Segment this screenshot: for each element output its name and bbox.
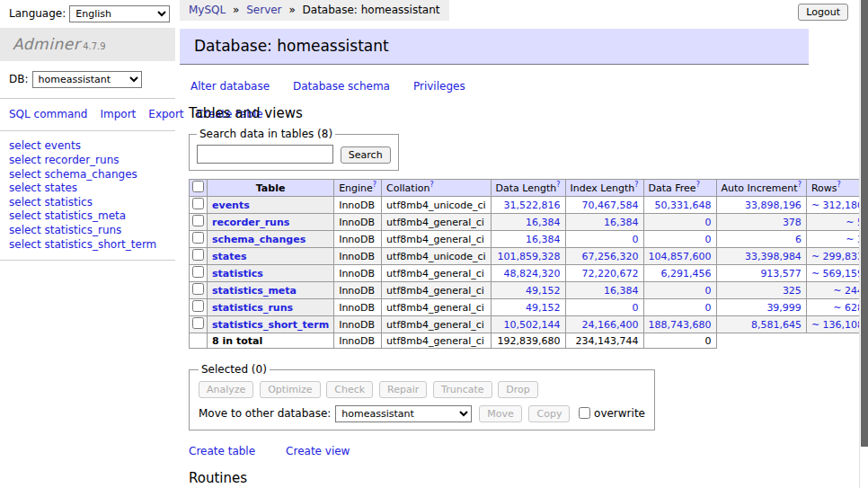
breadcrumb-mysql-link[interactable]: MySQL [189,4,226,16]
auto-increment-link[interactable]: 39,999 [766,302,802,314]
help-link[interactable]: ? [556,181,560,189]
data-length-link[interactable]: 49,152 [526,285,561,297]
copy-button[interactable]: Copy [528,405,570,422]
sidebar-select-events-link[interactable]: select events [9,139,175,154]
privileges-link[interactable]: Privileges [413,80,465,93]
data-free-link[interactable]: 0 [705,234,712,245]
auto-increment-link[interactable]: 33,398,984 [745,251,802,262]
language-select[interactable]: English [69,5,170,22]
alter-database-link[interactable]: Alter database [190,80,270,93]
table-link[interactable]: statistics_meta [212,285,297,297]
row-checkbox[interactable] [192,198,204,209]
data-length-link[interactable]: 49,152 [526,302,561,314]
table-link[interactable]: events [212,200,250,211]
data-length-link[interactable]: 16,384 [526,234,561,245]
auto-increment-link[interactable]: 378 [783,217,802,228]
index-length-link[interactable]: 0 [633,302,639,314]
index-length-link[interactable]: 67,256,320 [582,251,639,262]
index-length-link[interactable]: 24,166,400 [582,319,639,331]
sidebar-select-statistics-link[interactable]: select statistics [9,196,175,210]
rows-count-link[interactable]: ~ 569,159 [811,268,864,279]
total-empty-cell [190,333,208,349]
scrollbar[interactable] [859,0,868,488]
data-free-link[interactable]: 0 [705,217,712,228]
row-checkbox[interactable] [192,249,204,261]
rows-count-link[interactable]: ~ 299,833 [811,251,864,262]
index-length-link[interactable]: 70,467,584 [582,200,639,211]
drop-button[interactable]: Drop [498,381,537,398]
table-link[interactable]: statistics_short_term [212,319,329,331]
data-length-link[interactable]: 48,824,320 [504,268,561,279]
database-schema-link[interactable]: Database schema [293,80,390,93]
row-checkbox[interactable] [192,300,204,312]
data-length-link[interactable]: 101,859,328 [498,251,561,262]
optimize-button[interactable]: Optimize [260,381,320,398]
help-link[interactable]: ? [798,181,802,189]
sidebar-divider [0,260,175,261]
table-link[interactable]: states [212,251,247,262]
auto-increment-link[interactable]: 325 [783,285,802,297]
rows-count-link[interactable]: ~ 312,180 [811,200,864,211]
analyze-button[interactable]: Analyze [199,381,253,398]
help-link[interactable]: ? [837,181,840,189]
sidebar-import-link[interactable]: Import [100,108,136,120]
table-link[interactable]: recorder_runs [212,217,289,228]
move-to-database-label: Move to other database: [199,407,331,420]
overwrite-checkbox[interactable] [579,407,590,419]
search-button[interactable]: Search [341,146,391,164]
data-length-link[interactable]: 31,522,816 [504,200,561,211]
column-header-auto-increment: Auto Increment? [716,180,806,197]
check-button[interactable]: Check [326,381,373,398]
move-database-select[interactable]: homeassistant [335,405,472,422]
breadcrumb-server-link[interactable]: Server [246,4,281,16]
sidebar-select-statistics-runs-link[interactable]: select statistics_runs [9,224,175,238]
move-button[interactable]: Move [479,405,522,422]
create-table-link[interactable]: Create table [189,445,255,457]
data-length-link[interactable]: 10,502,144 [504,319,561,331]
data-free-link[interactable]: 50,331,648 [655,200,712,211]
data-length-link[interactable]: 16,384 [526,217,561,228]
sidebar-select-states-link[interactable]: select states [9,182,175,196]
row-checkbox[interactable] [192,266,204,278]
column-header-engine: Engine? [334,180,382,197]
data-free-link[interactable]: 104,857,600 [649,251,712,262]
data-free-link[interactable]: 0 [705,285,712,297]
help-link[interactable]: ? [634,181,638,189]
row-checkbox[interactable] [192,283,204,295]
index-length-link[interactable]: 16,384 [604,217,639,228]
help-link[interactable]: ? [373,181,376,189]
db-select[interactable]: homeassistant [32,71,142,88]
logout-button[interactable]: Logout [798,4,848,21]
sidebar-sql-command-link[interactable]: SQL command [9,108,87,120]
help-link[interactable]: ? [696,181,700,189]
sidebar-export-link[interactable]: Export [148,108,183,120]
data-free-link[interactable]: 0 [705,302,712,314]
table-link[interactable]: statistics_runs [212,302,293,314]
search-input[interactable] [197,145,333,164]
table-link[interactable]: schema_changes [212,234,306,245]
help-link[interactable]: ? [430,181,433,189]
sidebar-select-recorder-runs-link[interactable]: select recorder_runs [9,154,175,168]
index-length-link[interactable]: 0 [633,234,639,245]
truncate-button[interactable]: Truncate [433,381,492,398]
table-link[interactable]: statistics [212,268,263,279]
auto-increment-link[interactable]: 913,577 [760,268,802,279]
row-checkbox[interactable] [192,317,204,329]
select-all-checkbox[interactable] [192,181,204,192]
create-view-link[interactable]: Create view [286,445,350,457]
repair-button[interactable]: Repair [379,381,427,398]
row-checkbox[interactable] [192,232,204,244]
auto-increment-link[interactable]: 8,581,645 [751,319,802,331]
rows-count-link[interactable]: ~ 136,108 [811,319,864,331]
scrollbar-thumb[interactable] [861,0,868,447]
data-free-link[interactable]: 188,743,680 [649,319,712,331]
sidebar-select-schema-changes-link[interactable]: select schema_changes [9,168,175,182]
index-length-link[interactable]: 72,220,672 [582,268,639,279]
sidebar-select-statistics-short-term-link[interactable]: select statistics_short_term [9,238,175,253]
sidebar-select-statistics-meta-link[interactable]: select statistics_meta [9,209,175,224]
index-length-link[interactable]: 16,384 [604,285,639,297]
data-free-link[interactable]: 6,291,456 [661,268,712,279]
auto-increment-link[interactable]: 33,898,196 [745,200,802,211]
auto-increment-link[interactable]: 6 [795,234,802,245]
row-checkbox[interactable] [192,215,204,226]
